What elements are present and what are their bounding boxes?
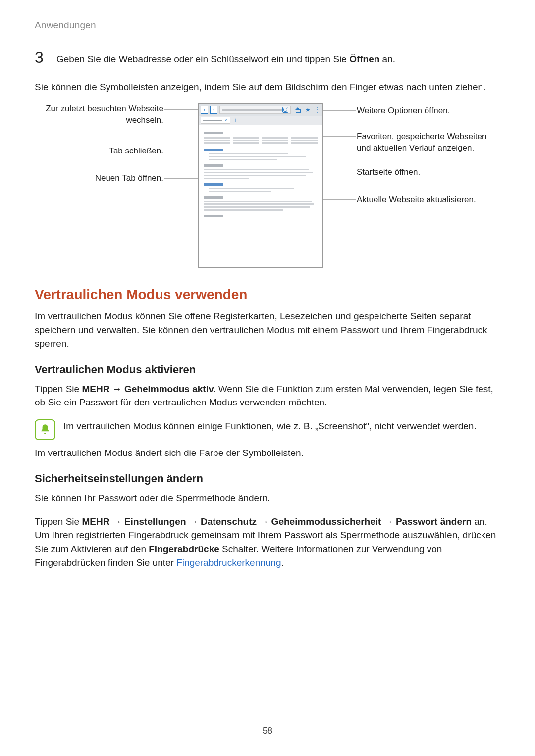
more-icon: ⋮ [315,107,321,113]
security-paragraph-2: Tippen Sie MEHR → Einstellungen → Datens… [35,515,500,569]
crop-mark [26,0,26,29]
bold-mehr: MEHR [82,384,109,394]
activate-paragraph-2: Im vertraulichen Modus ändert sich die F… [35,446,500,460]
text: . [281,557,283,568]
fake-text [204,196,223,199]
note-box: Im vertraulichen Modus können einige Fun… [35,419,500,440]
tab-bar: × + [199,116,322,125]
fake-text [204,149,223,151]
address-toolbar: ‹ › ★ ⋮ [199,104,322,116]
fake-text [204,132,223,134]
section-heading-secret-mode: Vertraulichen Modus verwenden [35,287,500,302]
tab-label [203,120,222,121]
arrow-icon: → [381,516,396,527]
connector-line [164,151,198,151]
bold-passwort-aendern: Passwort ändern [396,516,472,527]
fake-text [204,215,223,217]
connector-line [322,136,356,137]
security-paragraph-1: Sie können Ihr Passwort oder die Sperrme… [35,491,500,505]
activate-paragraph-1: Tippen Sie MEHR → Geheimmodus aktiv. Wen… [35,382,500,409]
page-content-mock [199,125,322,222]
bold-geheimmodussicherheit: Geheimmodussicherheit [271,516,381,527]
arrow-icon: → [257,516,271,527]
subheading-activate: Vertraulichen Modus aktivieren [35,363,500,376]
connector-line [322,199,356,200]
arrow-icon: → [186,516,201,527]
bold-datenschutz: Datenschutz [201,516,257,527]
step-3: 3 Geben Sie die Webadresse oder ein Schl… [35,50,500,66]
bookmarks-icon: ★ [305,107,311,113]
callout-close-tab: Tab schließen. [35,146,163,157]
url-placeholder [222,109,282,111]
connector-line [322,172,356,172]
callout-refresh: Aktuelle Webseite aktualisieren. [357,194,500,205]
step-number: 3 [35,50,48,65]
address-bar [219,106,291,114]
section-intro: Im vertraulichen Modus können Sie offene… [35,309,500,351]
connector-line [164,109,198,110]
new-tab-icon: + [233,118,238,123]
subheading-security-settings: Sicherheitseinstellungen ändern [35,472,500,485]
callout-back-forward: Zur zuletzt besuchten Webseite wechseln. [35,103,163,126]
step-text: Geben Sie die Webadresse oder ein Schlüs… [56,50,395,66]
callout-home: Startseite öffnen. [357,167,500,178]
fake-text [204,164,223,167]
note-text: Im vertraulichen Modus können einige Fun… [63,419,477,433]
browser-tab: × [201,117,230,124]
intro-paragraph: Sie können die Symbolleisten anzeigen, i… [35,80,500,94]
callout-favorites: Favoriten, gespeicherte Webseiten und ak… [357,131,500,154]
connector-line [164,178,198,179]
arrow-icon: → [109,516,124,527]
step-text-before: Geben Sie die Webadresse oder ein Schlüs… [56,54,349,64]
page-number: 58 [0,726,535,736]
text: Tippen Sie [35,384,82,394]
callout-more-options: Weitere Optionen öffnen. [357,105,500,117]
bold-mehr: MEHR [82,516,109,527]
browser-diagram: Zur zuletzt besuchten Webseite wechseln.… [35,103,500,272]
forward-icon: › [210,106,217,114]
step-text-after: an. [379,54,395,64]
back-icon: ‹ [201,106,208,114]
fake-text [204,183,223,186]
bold-einstellungen: Einstellungen [124,516,186,527]
bold-geheimmodus-aktiv: Geheimmodus aktiv. [124,384,215,394]
browser-mock: ‹ › ★ ⋮ × + [198,103,323,268]
bold-fingerabdruecke: Fingerabdrücke [149,544,219,554]
refresh-icon [282,107,288,113]
callout-new-tab: Neuen Tab öffnen. [35,173,163,184]
running-header: Anwendungen [35,20,500,31]
note-bell-icon [35,419,55,440]
arrow-icon: → [109,384,124,394]
home-icon [295,107,301,113]
connector-line [322,110,356,111]
text: Tippen Sie [35,516,82,527]
step-bold-oeffnen: Öffnen [349,54,379,64]
link-fingerabdruckerkennung[interactable]: Fingerabdruckerkennung [176,557,281,568]
close-tab-icon: × [224,118,228,122]
